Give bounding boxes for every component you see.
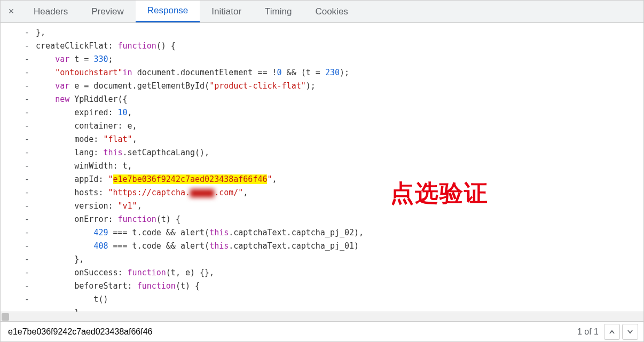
code-line[interactable]: expired: 10, [33, 106, 643, 120]
gutter: - [1, 213, 33, 226]
gutter: - [1, 53, 33, 66]
close-icon[interactable]: × [1, 6, 22, 17]
gutter: - [1, 66, 33, 79]
scrollbar-thumb[interactable] [2, 313, 9, 321]
gutter: - [1, 106, 33, 120]
gutter [1, 306, 33, 312]
search-input[interactable] [1, 322, 572, 341]
gutter: - [1, 253, 33, 266]
code-line[interactable]: 429 === t.code && alert(this.captchaText… [33, 226, 643, 240]
devtools-tab-bar: × Headers Preview Response Initiator Tim… [1, 1, 643, 23]
search-bar: 1 of 1 [1, 321, 643, 341]
gutter: - [1, 186, 33, 200]
gutter: - [1, 39, 33, 53]
chevron-down-icon [627, 329, 633, 335]
gutter: - [1, 280, 33, 293]
horizontal-scrollbar[interactable] [1, 312, 643, 321]
gutter: - [1, 79, 33, 93]
code-line[interactable]: t() [33, 293, 643, 306]
code-line[interactable]: "ontouchstart"in document.documentElemen… [33, 66, 643, 79]
code-line[interactable]: new YpRiddler({ [33, 93, 643, 106]
tab-timing[interactable]: Timing [253, 1, 303, 22]
search-next-button[interactable] [622, 324, 638, 340]
code-line[interactable]: container: e, [33, 120, 643, 133]
code-line[interactable]: 408 === t.code && alert(this.captchaText… [33, 240, 643, 253]
gutter: - [1, 120, 33, 133]
tab-initiator[interactable]: Initiator [200, 1, 253, 22]
gutter: - [1, 93, 33, 106]
code-line[interactable]: }, [33, 253, 643, 266]
code-line[interactable]: winWidth: t, [33, 160, 643, 173]
gutter: - [1, 173, 33, 186]
tab-response[interactable]: Response [136, 1, 200, 22]
gutter: - [1, 200, 33, 213]
code-line[interactable]: lang: this.setCapthcaLang(), [33, 146, 643, 160]
code-line[interactable]: hosts: "https://captcha.▇▇▇▇▇.com/", [33, 186, 643, 200]
tab-cookies[interactable]: Cookies [303, 1, 359, 22]
code-line[interactable]: }, [33, 26, 643, 39]
search-highlight: e1e7be036f9242c7aed023438af66f46 [113, 174, 268, 184]
gutter: - [1, 266, 33, 280]
gutter: - [1, 240, 33, 253]
code-line[interactable]: version: "v1", [33, 200, 643, 213]
tab-preview[interactable]: Preview [80, 1, 135, 22]
code-line[interactable]: var e = document.getElementById("product… [33, 79, 643, 93]
response-body: 点选验证 -}, -createClickFlat: function() { … [1, 23, 643, 312]
code-line[interactable]: onError: function(t) { [33, 213, 643, 226]
gutter: - [1, 26, 33, 39]
search-result-count: 1 of 1 [572, 327, 604, 337]
chevron-up-icon [609, 329, 615, 335]
code-line[interactable]: onSuccess: function(t, e) {}, [33, 266, 643, 280]
code-view: -}, -createClickFlat: function() { - var… [1, 26, 643, 312]
gutter: - [1, 293, 33, 306]
gutter: - [1, 160, 33, 173]
code-line[interactable]: var t = 330; [33, 53, 643, 66]
code-line[interactable]: beforeStart: function(t) { [33, 280, 643, 293]
search-prev-button[interactable] [604, 324, 620, 340]
gutter: - [1, 133, 33, 146]
code-line[interactable]: } [33, 306, 643, 312]
code-line[interactable]: mode: "flat", [33, 133, 643, 146]
code-line[interactable]: appId: "e1e7be036f9242c7aed023438af66f46… [33, 173, 643, 186]
redacted-host: ▇▇▇▇▇ [190, 186, 214, 200]
gutter: - [1, 146, 33, 160]
gutter: - [1, 226, 33, 240]
tab-headers[interactable]: Headers [22, 1, 80, 22]
code-line[interactable]: createClickFlat: function() { [33, 39, 643, 53]
